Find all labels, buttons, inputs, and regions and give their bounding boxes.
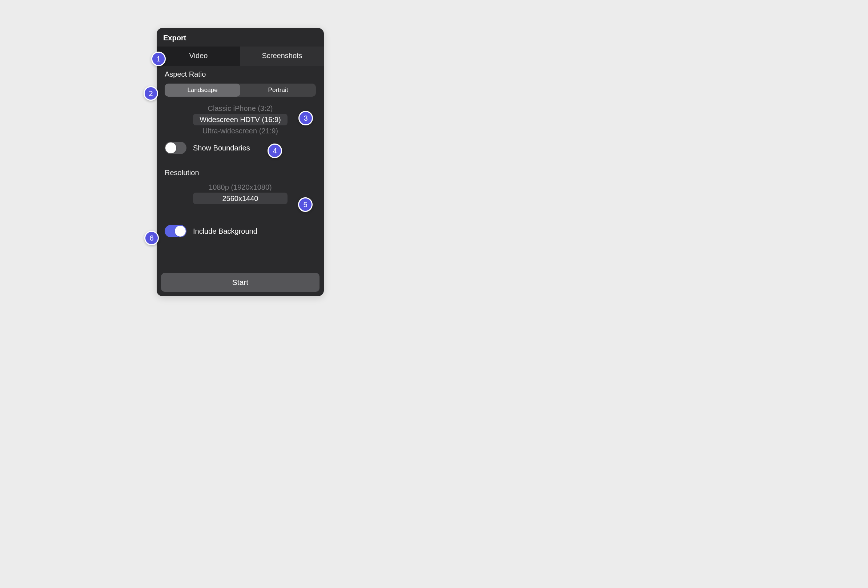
annotation-badge-4: 4 <box>267 144 282 158</box>
show-boundaries-label: Show Boundaries <box>193 144 250 152</box>
annotation-badge-6: 6 <box>144 231 159 245</box>
resolution-picker[interactable]: 1080p (1920x1080) 2560x1440 <box>188 182 292 208</box>
aspect-option-next: Ultra-widescreen (21:9) <box>188 126 292 136</box>
resolution-label: Resolution <box>165 169 316 177</box>
resolution-option-selected: 2560x1440 <box>193 193 288 204</box>
annotation-badge-1: 1 <box>151 52 166 66</box>
show-boundaries-toggle[interactable] <box>165 142 186 154</box>
toggle-knob <box>175 225 186 237</box>
export-tabs: Video Screenshots <box>156 47 324 66</box>
start-button[interactable]: Start <box>161 273 319 292</box>
resolution-section: Resolution 1080p (1920x1080) 2560x1440 <box>156 158 324 208</box>
annotation-badge-5: 5 <box>298 197 313 212</box>
orientation-segmented: Landscape Portrait <box>165 84 316 97</box>
resolution-option-prev: 1080p (1920x1080) <box>188 182 292 192</box>
seg-portrait[interactable]: Portrait <box>240 84 316 97</box>
aspect-ratio-picker[interactable]: Classic iPhone (3:2) Widescreen HDTV (16… <box>188 103 292 132</box>
export-panel: Export Video Screenshots Aspect Ratio La… <box>156 28 324 296</box>
aspect-option-prev: Classic iPhone (3:2) <box>188 103 292 113</box>
tab-screenshots[interactable]: Screenshots <box>240 47 324 66</box>
tab-video[interactable]: Video <box>156 47 240 66</box>
aspect-ratio-label: Aspect Ratio <box>165 70 316 78</box>
seg-landscape[interactable]: Landscape <box>165 84 240 97</box>
annotation-badge-2: 2 <box>143 86 158 101</box>
include-background-toggle[interactable] <box>165 225 186 237</box>
panel-title: Export <box>156 28 324 47</box>
aspect-ratio-section: Aspect Ratio Landscape Portrait Classic … <box>156 66 324 132</box>
include-background-label: Include Background <box>193 227 257 236</box>
annotation-badge-3: 3 <box>298 111 313 125</box>
toggle-knob <box>165 143 176 153</box>
aspect-option-selected: Widescreen HDTV (16:9) <box>193 114 288 125</box>
include-background-row: Include Background <box>156 208 324 241</box>
show-boundaries-row: Show Boundaries <box>156 132 324 158</box>
